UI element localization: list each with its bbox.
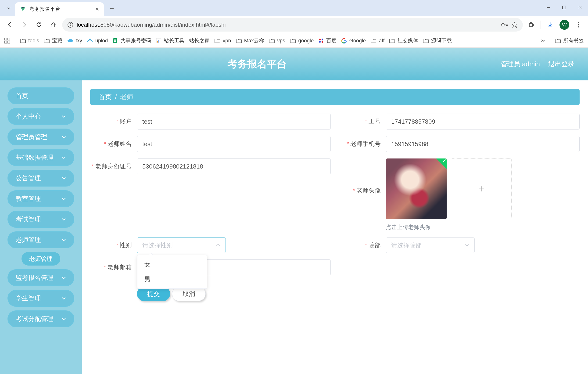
sidebar-item-teacher[interactable]: 老师管理	[8, 231, 74, 248]
bookmark-baozang[interactable]: 宝藏	[44, 37, 63, 44]
svg-rect-20	[114, 41, 116, 42]
bookmark-google-folder[interactable]: google	[290, 38, 314, 44]
main-content: 首页 / 老师 *账户 *工号 *老师姓名 *老师手机号 *老师身份	[82, 80, 588, 374]
svg-point-25	[319, 39, 321, 41]
reload-button[interactable]	[33, 19, 44, 30]
sidebar-item-proctor[interactable]: 监考报名管理	[8, 269, 74, 286]
form-row-account: *账户	[90, 114, 331, 129]
menu-icon[interactable]	[574, 20, 584, 30]
minimize-button[interactable]	[540, 2, 556, 13]
svg-point-5	[502, 23, 504, 26]
submit-button[interactable]: 提交	[137, 287, 170, 301]
maximize-button[interactable]	[556, 2, 572, 13]
account-input[interactable]	[137, 114, 331, 129]
back-button[interactable]	[4, 19, 15, 30]
svg-point-16	[89, 39, 91, 40]
bookmark-uplod[interactable]: uplod	[87, 38, 108, 44]
gender-label: *性别	[90, 237, 137, 249]
bookmark-source-download[interactable]: 源码下载	[423, 37, 452, 44]
svg-rect-18	[114, 40, 116, 40]
bookmark-vpn[interactable]: vpn	[214, 38, 231, 44]
close-window-button[interactable]	[572, 2, 588, 13]
sidebar-item-student[interactable]: 学生管理	[8, 290, 74, 307]
sidebar-item-basedata[interactable]: 基础数据管理	[8, 149, 74, 166]
sidebar-item-announcement[interactable]: 公告管理	[8, 170, 74, 187]
chevron-down-icon	[62, 176, 66, 180]
gender-select[interactable]: 请选择性别 女 男	[137, 237, 226, 253]
svg-rect-1	[563, 6, 566, 9]
chevron-down-icon	[62, 238, 66, 241]
bookmark-aff[interactable]: aff	[370, 38, 384, 44]
phone-input[interactable]	[386, 136, 580, 152]
downloads-icon[interactable]	[545, 20, 555, 30]
idcard-input[interactable]	[137, 159, 331, 174]
jobid-input[interactable]	[386, 114, 580, 129]
avatar-label: *老师头像	[339, 159, 386, 195]
svg-point-28	[322, 41, 323, 43]
user-label[interactable]: 管理员 admin	[501, 60, 540, 68]
svg-rect-13	[8, 38, 10, 40]
name-label: *老师姓名	[90, 136, 137, 148]
chevron-down-icon	[62, 197, 66, 200]
breadcrumb: 首页 / 老师	[90, 89, 580, 105]
dept-select[interactable]: 请选择院部	[386, 237, 475, 253]
svg-point-11	[578, 26, 579, 28]
sidebar: 首页 个人中心 管理员管理 基础数据管理 公告管理 教室管理 考试管理 老师管理	[0, 80, 82, 374]
chevron-down-icon	[62, 317, 66, 321]
url-text: localhost:8080/kaowubaoming/admin/dist/i…	[77, 21, 498, 28]
site-info-icon[interactable]	[67, 22, 74, 28]
bookmark-baidu[interactable]: 百度	[318, 37, 336, 44]
tab-bar: 考务报名平台 × +	[0, 0, 588, 16]
logout-link[interactable]: 退出登录	[548, 60, 574, 68]
bookmark-vps[interactable]: vps	[269, 38, 285, 44]
tab-search-button[interactable]	[3, 2, 15, 14]
form-row-dept: *院部 请选择院部	[339, 237, 580, 253]
new-tab-button[interactable]: +	[106, 3, 118, 14]
bookmark-google[interactable]: Google	[341, 38, 366, 44]
bookmark-tools[interactable]: tools	[20, 38, 39, 44]
sidebar-subitem-teacher-mgmt[interactable]: 老师管理	[21, 252, 60, 266]
apps-icon[interactable]	[4, 38, 10, 44]
bookmark-star-icon[interactable]	[512, 22, 518, 28]
tab-close-button[interactable]: ×	[95, 5, 99, 13]
breadcrumb-home[interactable]: 首页	[99, 93, 112, 101]
form-row-email: *老师邮箱	[90, 259, 331, 275]
bookmark-zhanzhang[interactable]: 站长工具 - 站长之家	[156, 37, 210, 44]
sidebar-item-home[interactable]: 首页	[8, 87, 74, 104]
name-input[interactable]	[137, 136, 331, 152]
email-label: *老师邮箱	[90, 259, 137, 271]
avatar-preview[interactable]: ✓	[386, 159, 447, 219]
gender-option-male[interactable]: 男	[137, 272, 207, 287]
browser-tab[interactable]: 考务报名平台 ×	[15, 2, 104, 16]
avatar-upload-button[interactable]: +	[451, 159, 512, 219]
form-row-avatar: *老师头像 ✓ + 点击上传老师头像	[339, 159, 580, 231]
profile-avatar[interactable]: W	[559, 20, 569, 30]
phone-label: *老师手机号	[339, 136, 386, 148]
forward-button[interactable]	[19, 19, 30, 30]
home-button[interactable]	[48, 19, 59, 30]
url-input[interactable]: localhost:8080/kaowubaoming/admin/dist/i…	[62, 18, 523, 32]
chevron-down-icon	[62, 135, 66, 139]
sidebar-item-exam-assign[interactable]: 考试分配管理	[8, 310, 74, 327]
svg-rect-14	[5, 41, 7, 43]
sidebar-item-admin[interactable]: 管理员管理	[8, 128, 74, 145]
bookmark-shared-accounts[interactable]: 共享账号密码	[112, 37, 151, 44]
svg-rect-15	[8, 41, 10, 43]
cancel-button[interactable]: 取消	[172, 287, 206, 301]
bookmark-overflow[interactable]	[540, 39, 545, 42]
sidebar-item-exam[interactable]: 考试管理	[8, 211, 74, 228]
all-bookmarks[interactable]: 所有书签	[555, 37, 584, 44]
bookmark-max-yunti[interactable]: Max云梯	[236, 37, 264, 44]
password-key-icon[interactable]	[501, 22, 508, 27]
bookmark-social[interactable]: 社交媒体	[389, 37, 418, 44]
breadcrumb-current: 老师	[120, 93, 133, 101]
jobid-label: *工号	[339, 114, 386, 126]
sidebar-item-classroom[interactable]: 教室管理	[8, 190, 74, 207]
extensions-icon[interactable]	[526, 20, 536, 30]
bookmark-txy[interactable]: txy	[67, 38, 82, 44]
sidebar-item-personal[interactable]: 个人中心	[8, 108, 74, 125]
separator	[550, 36, 550, 45]
gender-option-female[interactable]: 女	[137, 257, 207, 272]
svg-point-27	[319, 41, 321, 43]
chevron-down-icon	[62, 218, 66, 221]
